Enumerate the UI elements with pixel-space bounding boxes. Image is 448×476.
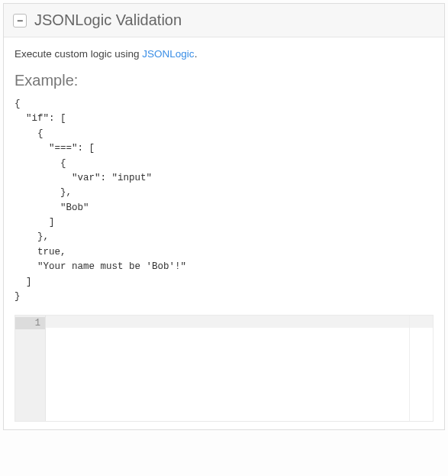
panel-body: Execute custom logic using JSONLogic. Ex… [4,37,444,429]
panel-title: JSONLogic Validation [34,11,182,29]
collapse-button[interactable]: − [13,14,27,28]
editor-body[interactable] [46,316,433,421]
editor-line[interactable] [46,316,433,328]
description-prefix: Execute custom logic using [15,48,142,60]
description-text: Execute custom logic using JSONLogic. [15,48,433,60]
jsonlogic-link[interactable]: JSONLogic [142,48,194,60]
editor-active-line-right [410,316,433,328]
jsonlogic-validation-panel: − JSONLogic Validation Execute custom lo… [3,3,445,430]
gutter-line-number: 1 [15,317,45,329]
description-suffix: . [195,48,198,60]
example-code: { "if": [ { "===": [ { "var": "input" },… [15,97,433,304]
panel-header: − JSONLogic Validation [4,4,444,37]
minus-icon: − [17,15,23,26]
code-editor[interactable]: 1 [15,315,433,422]
editor-margin-line [409,316,410,421]
example-heading: Example: [15,72,433,89]
editor-gutter: 1 [15,316,46,421]
